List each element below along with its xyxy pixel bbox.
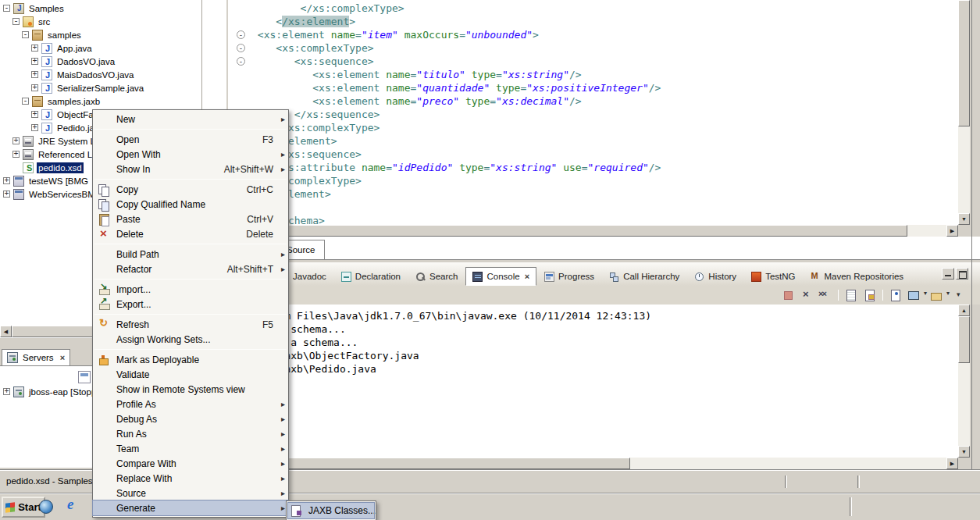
- pin-console-icon[interactable]: [887, 288, 904, 302]
- code-editor-content[interactable]: </xs:complexType> </xs:element> <xs:elem…: [251, 2, 661, 225]
- tree-item-samples-jaxb[interactable]: -samples.jaxb: [0, 94, 226, 108]
- scroll-right-icon[interactable]: ▶: [946, 458, 958, 469]
- menu-item-delete[interactable]: DeleteDelete: [93, 226, 288, 241]
- tab-maven-repositories[interactable]: Maven Repositories: [803, 267, 911, 286]
- editor-horizontal-scrollbar[interactable]: ◀ ▶: [228, 225, 958, 237]
- collapse-fold-icon[interactable]: -: [237, 44, 245, 52]
- close-tab-icon[interactable]: ×: [60, 353, 65, 362]
- collapse-toggle[interactable]: -: [22, 31, 29, 38]
- expand-toggle[interactable]: +: [3, 177, 10, 184]
- expand-toggle[interactable]: +: [12, 137, 20, 144]
- tree-item-maisdadosvo-java[interactable]: +MaisDadosVO.java: [0, 68, 226, 81]
- tab-history[interactable]: History: [687, 267, 743, 286]
- maximize-view-icon[interactable]: [956, 268, 968, 280]
- tree-item-src[interactable]: -src: [0, 15, 226, 28]
- minimize-view-icon[interactable]: [942, 268, 954, 280]
- tab-progress[interactable]: Progress: [537, 267, 601, 286]
- xsd-source-editor[interactable]: </xs:complexType> </xs:element> <xs:elem…: [228, 0, 958, 225]
- editor-vertical-scrollbar[interactable]: ▼: [958, 0, 970, 225]
- tree-item-app-java[interactable]: +App.java: [0, 41, 226, 55]
- tab-call-hierarchy[interactable]: Call Hierarchy: [602, 267, 686, 286]
- menu-item-debug-as[interactable]: Debug As▸: [93, 411, 288, 426]
- menu-item-refresh[interactable]: RefreshF5: [93, 317, 288, 332]
- collapse-toggle[interactable]: -: [22, 98, 29, 105]
- console-view[interactable]: C:\Program Files\Java\jdk1.7.0_67\bin\ja…: [228, 305, 958, 458]
- menu-item-replace-with[interactable]: Replace With▸: [93, 471, 288, 486]
- menu-item-refactor[interactable]: RefactorAlt+Shift+T▸: [93, 262, 288, 276]
- expand-toggle[interactable]: +: [3, 388, 10, 395]
- scroll-left-icon[interactable]: ◀: [0, 326, 12, 337]
- expand-toggle[interactable]: +: [31, 71, 38, 78]
- menu-item-compare-with[interactable]: Compare With▸: [93, 456, 288, 471]
- view-toolbar-icon[interactable]: [78, 371, 91, 383]
- menu-item-show-in-remote-systems-view[interactable]: Show in Remote Systems view: [93, 382, 288, 397]
- expand-toggle[interactable]: +: [31, 45, 38, 52]
- view-menu-icon[interactable]: [951, 288, 968, 302]
- remove-all-launches-icon[interactable]: [817, 288, 834, 302]
- menu-item-mark-as-deployable[interactable]: Mark as Deployable: [93, 352, 288, 367]
- display-selected-console-icon[interactable]: [906, 288, 927, 302]
- terminate-icon[interactable]: [779, 288, 796, 302]
- expand-toggle[interactable]: +: [3, 191, 10, 198]
- open-console-icon[interactable]: [928, 288, 950, 302]
- expand-toggle[interactable]: +: [31, 111, 38, 118]
- clear-console-icon[interactable]: [843, 288, 860, 302]
- collapse-fold-icon[interactable]: -: [237, 57, 245, 66]
- expand-toggle[interactable]: +: [31, 84, 38, 91]
- menu-item-label: JAXB Classes...: [308, 505, 376, 516]
- copy-icon: [98, 183, 110, 196]
- menu-item-import[interactable]: Import...: [93, 282, 288, 297]
- close-tab-icon[interactable]: ×: [525, 272, 529, 281]
- menu-item-copy-qualified-name[interactable]: Copy Qualified Name: [93, 197, 288, 212]
- internet-explorer-icon[interactable]: e: [67, 496, 73, 513]
- remove-launch-icon[interactable]: [798, 288, 815, 302]
- menu-item-copy[interactable]: CopyCtrl+C: [93, 182, 288, 197]
- menu-item-export[interactable]: Export...: [93, 297, 288, 312]
- menu-item-run-as[interactable]: Run As▸: [93, 426, 288, 441]
- scrollbar-thumb[interactable]: [240, 225, 907, 237]
- tree-item-samples[interactable]: -Samples: [0, 2, 226, 15]
- scroll-down-icon[interactable]: ▼: [958, 213, 970, 225]
- status-separator: [857, 475, 860, 488]
- menu-item-paste[interactable]: PasteCtrl+V: [93, 212, 288, 226]
- scrollbar-thumb[interactable]: [240, 458, 630, 469]
- menu-item-open-with[interactable]: Open With▸: [93, 147, 288, 162]
- scrollbar-thumb[interactable]: [958, 316, 970, 363]
- menu-item-jaxb-classes[interactable]: JAXB Classes...: [288, 503, 374, 518]
- tree-item-dadosvo-java[interactable]: +DadosVO.java: [0, 55, 226, 68]
- scroll-right-icon[interactable]: ▶: [946, 225, 958, 237]
- quick-launch-icon[interactable]: [39, 500, 53, 514]
- tree-item-serializersample-java[interactable]: +SerializerSample.java: [0, 81, 226, 94]
- menu-item-show-in[interactable]: Show InAlt+Shift+W▸: [93, 162, 288, 176]
- menu-item-source[interactable]: Source▸: [93, 486, 288, 500]
- console-horizontal-scrollbar[interactable]: ◀ ▶: [228, 458, 958, 469]
- menu-item-open[interactable]: OpenF3: [93, 132, 288, 147]
- console-vertical-scrollbar[interactable]: ▲ ▼: [958, 305, 970, 458]
- tree-item-samples[interactable]: -samples: [0, 28, 226, 41]
- menu-accelerator: Alt+Shift+W: [224, 164, 273, 175]
- menu-item-validate[interactable]: Validate: [93, 367, 288, 382]
- tab-servers[interactable]: Servers ×: [2, 349, 70, 365]
- scroll-down-icon[interactable]: ▼: [958, 446, 970, 458]
- tab-console[interactable]: Console×: [465, 267, 536, 286]
- scroll-lock-icon[interactable]: [861, 288, 878, 302]
- tab-testng[interactable]: TestNG: [744, 267, 802, 286]
- scroll-up-icon[interactable]: ▲: [958, 305, 970, 316]
- tab-search[interactable]: Search: [408, 267, 465, 286]
- expand-toggle[interactable]: +: [12, 151, 20, 158]
- collapse-fold-icon[interactable]: -: [237, 30, 245, 39]
- expand-toggle[interactable]: +: [31, 124, 38, 131]
- console-output[interactable]: C:\Program Files\Java\jdk1.7.0_67\bin\ja…: [230, 309, 651, 376]
- menu-item-profile-as[interactable]: Profile As▸: [93, 397, 288, 411]
- collapse-toggle[interactable]: -: [3, 5, 10, 12]
- menu-item-assign-working-sets[interactable]: Assign Working Sets...: [93, 332, 288, 347]
- collapse-toggle[interactable]: -: [12, 18, 20, 25]
- scrollbar-thumb[interactable]: [12, 326, 94, 337]
- menu-item-team[interactable]: Team▸: [93, 441, 288, 456]
- menu-item-new[interactable]: New▸: [93, 112, 288, 126]
- scrollbar-thumb[interactable]: [958, 0, 970, 126]
- menu-item-build-path[interactable]: Build Path▸: [93, 247, 288, 262]
- expand-toggle[interactable]: +: [31, 58, 38, 65]
- tab-declaration[interactable]: Declaration: [334, 267, 408, 286]
- menu-item-generate[interactable]: Generate▸: [93, 500, 288, 515]
